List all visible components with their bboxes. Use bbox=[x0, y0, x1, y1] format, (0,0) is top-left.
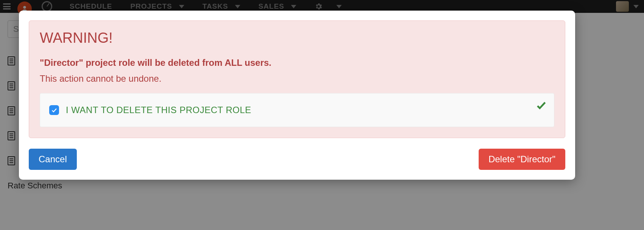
delete-button[interactable]: Delete "Director" bbox=[479, 149, 565, 170]
warning-line-2: This action cannot be undone. bbox=[40, 73, 554, 84]
delete-role-modal: WARNING! "Director" project role will be… bbox=[19, 11, 575, 180]
warning-line-1: "Director" project role will be deleted … bbox=[40, 58, 554, 68]
confirm-checkbox[interactable] bbox=[49, 105, 59, 115]
modal-actions: Cancel Delete "Director" bbox=[29, 149, 565, 170]
confirm-box[interactable]: I WANT TO DELETE THIS PROJECT ROLE bbox=[40, 93, 554, 127]
cancel-button[interactable]: Cancel bbox=[29, 149, 77, 170]
check-icon bbox=[536, 100, 546, 112]
warning-alert: WARNING! "Director" project role will be… bbox=[29, 20, 565, 138]
warning-title: WARNING! bbox=[40, 30, 554, 46]
confirm-label: I WANT TO DELETE THIS PROJECT ROLE bbox=[66, 105, 251, 115]
